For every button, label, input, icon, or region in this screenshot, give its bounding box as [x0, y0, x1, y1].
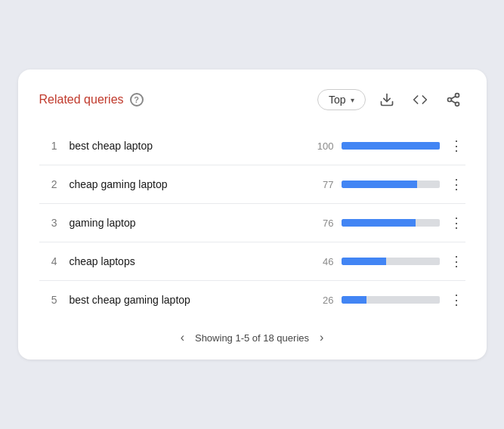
row-menu-button[interactable]: ⋮: [447, 137, 465, 154]
bar-track: [342, 296, 440, 304]
row-right: 100 ⋮: [313, 137, 465, 154]
row-number: 3: [39, 217, 57, 229]
row-label: best cheap laptop: [70, 140, 304, 152]
bar-fill: [342, 142, 440, 150]
card-header: Related queries ? Top ▾: [39, 88, 465, 112]
card-title: Related queries: [39, 93, 124, 106]
row-right: 46 ⋮: [313, 253, 465, 270]
pagination-text: Showing 1-5 of 18 queries: [195, 332, 309, 344]
row-right: 77 ⋮: [313, 176, 465, 193]
row-label: cheap gaming laptop: [70, 178, 304, 190]
row-number: 4: [39, 255, 57, 267]
row-label: cheap laptops: [70, 255, 304, 267]
table-row: 3 gaming laptop 76 ⋮: [39, 204, 465, 242]
bar-track: [342, 219, 440, 227]
table-row: 1 best cheap laptop 100 ⋮: [39, 127, 465, 165]
bar-track: [342, 181, 440, 188]
bar-fill: [342, 181, 417, 188]
bar-fill: [342, 296, 367, 304]
chevron-down-icon: ▾: [351, 96, 354, 104]
pagination: ‹ Showing 1-5 of 18 queries ›: [39, 319, 465, 344]
related-queries-card: Related queries ? Top ▾: [18, 69, 487, 360]
row-label: best cheap gaming laptop: [70, 294, 304, 306]
bar-fill: [342, 258, 387, 265]
help-icon[interactable]: ?: [130, 93, 144, 106]
table-row: 2 cheap gaming laptop 77 ⋮: [39, 165, 465, 204]
row-label: gaming laptop: [70, 217, 304, 229]
bar-track: [342, 258, 440, 265]
row-number: 5: [39, 294, 57, 306]
row-value: 46: [313, 256, 334, 267]
next-page-button[interactable]: ›: [320, 331, 323, 344]
row-right: 76 ⋮: [313, 214, 465, 231]
svg-line-4: [451, 100, 456, 103]
table-row: 4 cheap laptops 46 ⋮: [39, 242, 465, 281]
prev-page-button[interactable]: ‹: [181, 331, 184, 344]
share-icon[interactable]: [441, 88, 465, 112]
svg-line-5: [451, 96, 456, 98]
row-right: 26 ⋮: [313, 292, 465, 308]
code-icon[interactable]: [408, 88, 432, 112]
row-value: 77: [313, 179, 334, 190]
row-value: 26: [313, 295, 334, 306]
row-menu-button[interactable]: ⋮: [447, 176, 465, 193]
table-row: 5 best cheap gaming laptop 26 ⋮: [39, 281, 465, 319]
top-dropdown[interactable]: Top ▾: [317, 89, 366, 110]
queries-table: 1 best cheap laptop 100 ⋮ 2 cheap gaming…: [39, 127, 465, 319]
dropdown-label: Top: [329, 94, 346, 106]
row-menu-button[interactable]: ⋮: [447, 253, 465, 270]
header-left: Related queries ?: [39, 93, 144, 106]
bar-fill: [342, 219, 416, 227]
row-value: 76: [313, 218, 334, 229]
download-icon[interactable]: [375, 88, 399, 112]
row-number: 2: [39, 178, 57, 190]
row-value: 100: [313, 140, 334, 152]
row-menu-button[interactable]: ⋮: [447, 292, 465, 308]
row-number: 1: [39, 140, 57, 152]
bar-track: [342, 142, 440, 150]
row-menu-button[interactable]: ⋮: [447, 214, 465, 231]
header-right: Top ▾: [317, 88, 465, 112]
